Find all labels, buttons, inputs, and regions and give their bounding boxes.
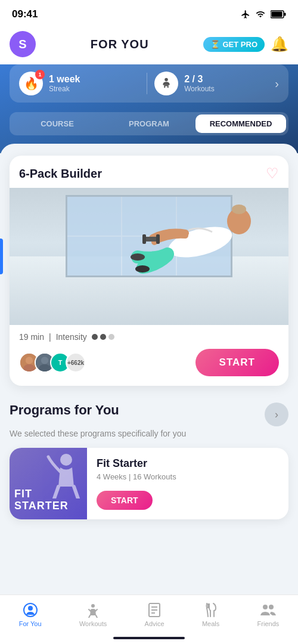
svg-rect-10 (156, 234, 160, 244)
status-icons (241, 10, 286, 19)
exercise-figure (108, 188, 275, 305)
workout-card-image (10, 188, 288, 325)
svg-point-11 (131, 253, 145, 261)
svg-rect-2 (284, 13, 286, 16)
streak-label: Streak (49, 85, 80, 93)
bell-icon[interactable]: 🔔 (271, 36, 288, 52)
page-title: FOR YOU (91, 38, 149, 51)
content-tabs: COURSE PROGRAM RECOMMENDED (10, 112, 288, 135)
nav-workouts-label: Workouts (79, 620, 107, 627)
favorite-icon[interactable]: ♡ (266, 165, 279, 182)
tab-course[interactable]: COURSE (12, 114, 103, 133)
user-avatars: T +662k (19, 352, 86, 373)
svg-point-21 (28, 606, 33, 611)
user-avatar-count: +662k (66, 352, 86, 373)
dot-1 (92, 334, 98, 340)
svg-point-15 (23, 364, 35, 373)
workout-card-header: 6-Pack Builder ♡ (10, 156, 288, 188)
app-header: S FOR YOU ⏳ GET PRO 🔔 (0, 26, 298, 64)
left-indicator (0, 239, 3, 274)
program-info: Fit Starter 4 Weeks | 16 Workouts START (87, 448, 288, 519)
friends-nav-icon (259, 602, 277, 618)
workouts-icon-circle (154, 72, 178, 95)
workouts-value: 2 / 3 (184, 74, 214, 85)
for-you-icon (23, 602, 38, 618)
tab-recommended[interactable]: RECOMMENDED (195, 114, 286, 133)
dot-2 (100, 334, 106, 340)
svg-point-30 (269, 605, 274, 609)
nav-meals[interactable]: Meals (193, 600, 229, 630)
avatar[interactable]: S (10, 31, 36, 57)
stat-divider (147, 73, 147, 94)
nav-friends[interactable]: Friends (248, 600, 289, 630)
workout-card: 6-Pack Builder ♡ (10, 156, 288, 386)
nav-for-you[interactable]: For You (10, 600, 51, 630)
fire-icon: 🔥 (24, 76, 39, 91)
workout-card-bottom: T +662k START (19, 349, 279, 376)
svg-point-19 (60, 454, 72, 466)
person-icon (160, 77, 173, 90)
nav-friends-label: Friends (257, 620, 280, 627)
dot-3 (108, 334, 114, 340)
workout-meta-left: 19 min | Intensity (19, 332, 114, 342)
svg-rect-1 (272, 12, 283, 17)
meals-nav-icon (203, 602, 219, 618)
streak-icon-circle: 🔥 1 (19, 72, 43, 95)
status-bar: 09:41 (0, 0, 298, 26)
workout-card-footer: 19 min | Intensity (10, 325, 288, 386)
workouts-nav-icon (85, 602, 101, 618)
meta-divider: | (49, 332, 51, 342)
program-name: Fit Starter (97, 457, 279, 470)
workouts-label: Workouts (184, 85, 214, 93)
program-image-title: FITSTARTER (14, 488, 82, 512)
header-actions: ⏳ GET PRO 🔔 (203, 36, 288, 52)
get-pro-label: GET PRO (222, 40, 257, 49)
program-card-image: FITSTARTER (10, 448, 87, 519)
programs-subtitle: We selected these programs specifically … (10, 429, 288, 438)
duration-value: 19 min (19, 332, 44, 342)
intensity-label: Intensity (56, 332, 87, 342)
intensity-dots (92, 334, 114, 340)
tab-program[interactable]: PROGRAM (104, 114, 194, 133)
airplane-icon (241, 10, 250, 19)
start-workout-button[interactable]: START (195, 349, 279, 376)
nav-for-you-label: For You (19, 620, 42, 627)
workout-card-title: 6-Pack Builder (19, 167, 102, 181)
wifi-icon (255, 10, 266, 19)
battery-icon (271, 10, 286, 18)
program-meta: 4 Weeks | 16 Workouts (97, 472, 279, 481)
svg-point-14 (26, 357, 33, 364)
hero-section: 🔥 1 1 week Streak 2 / 3 Workouts › (0, 64, 298, 153)
nav-meals-label: Meals (202, 620, 219, 627)
svg-rect-9 (142, 234, 146, 244)
nav-advice[interactable]: Advice (135, 600, 174, 630)
hourglass-icon: ⏳ (210, 40, 220, 49)
svg-point-22 (91, 604, 95, 608)
streak-badge: 1 (35, 70, 45, 79)
chevron-right-icon: › (275, 408, 278, 421)
workouts-stat: 2 / 3 Workouts (154, 72, 275, 95)
svg-point-17 (41, 357, 48, 364)
programs-nav-button[interactable]: › (265, 402, 288, 426)
program-start-button[interactable]: START (97, 491, 153, 510)
program-card: FITSTARTER Fit Starter 4 Weeks | 16 Work… (10, 448, 288, 519)
stats-bar: 🔥 1 1 week Streak 2 / 3 Workouts › (10, 64, 288, 103)
home-indicator (113, 637, 185, 639)
workouts-text: 2 / 3 Workouts (184, 74, 214, 93)
svg-point-3 (164, 78, 168, 82)
streak-text: 1 week Streak (49, 74, 80, 93)
nav-workouts[interactable]: Workouts (70, 600, 116, 630)
streak-stat: 🔥 1 1 week Streak (19, 72, 139, 95)
svg-point-7 (165, 221, 235, 263)
programs-section-header: Programs for You › (10, 402, 288, 426)
get-pro-button[interactable]: ⏳ GET PRO (203, 37, 265, 52)
svg-point-29 (263, 605, 268, 609)
stats-arrow-icon: › (275, 77, 279, 91)
nav-advice-label: Advice (145, 620, 164, 627)
status-time: 09:41 (12, 8, 38, 20)
main-content: 6-Pack Builder ♡ (0, 144, 298, 585)
programs-title: Programs for You (10, 402, 119, 418)
bottom-spacer (10, 519, 288, 573)
workout-card-meta: 19 min | Intensity (19, 332, 279, 342)
svg-point-5 (232, 205, 246, 214)
